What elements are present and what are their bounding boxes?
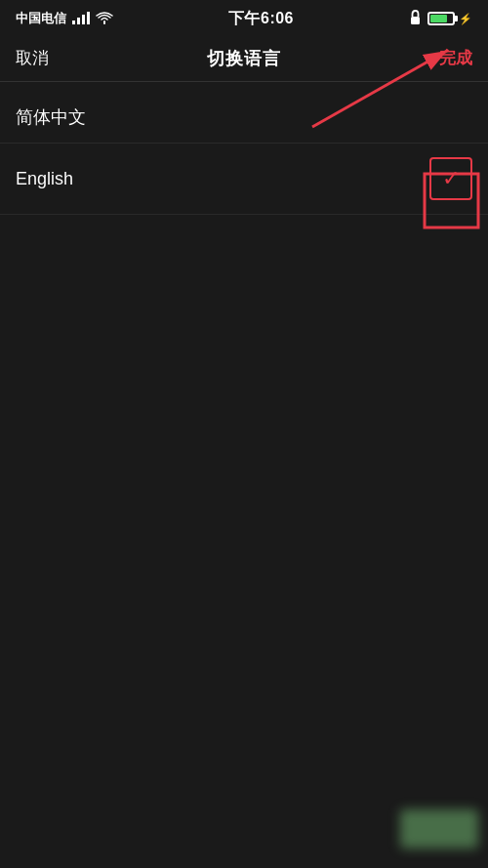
svg-rect-4	[411, 17, 420, 24]
language-item-en[interactable]: English ✓	[0, 144, 488, 215]
language-item-zh[interactable]: 简体中文	[0, 92, 488, 144]
language-list: 简体中文 English ✓	[0, 92, 488, 215]
svg-rect-3	[87, 12, 90, 24]
battery-fill	[430, 15, 447, 22]
status-time: 下午6:06	[228, 9, 294, 29]
status-left: 中国电信	[16, 10, 113, 27]
language-label-zh: 简体中文	[16, 105, 86, 129]
navigation-bar: 取消 切换语言 完成	[0, 35, 488, 82]
battery-indicator: ⚡	[427, 12, 472, 25]
lock-icon	[409, 10, 422, 28]
signal-icon	[72, 11, 90, 27]
cancel-button[interactable]: 取消	[16, 47, 49, 69]
status-right: ⚡	[409, 10, 472, 28]
language-label-en: English	[16, 169, 73, 189]
bottom-watermark	[400, 809, 478, 848]
svg-rect-0	[72, 21, 75, 24]
page-title: 切换语言	[207, 47, 281, 70]
checkmark-icon: ✓	[442, 168, 460, 189]
selected-check-box: ✓	[429, 157, 472, 200]
status-bar: 中国电信 下午6:06	[0, 0, 488, 35]
done-button[interactable]: 完成	[439, 47, 472, 69]
wifi-icon	[96, 11, 113, 27]
battery-icon	[427, 12, 455, 25]
carrier-label: 中国电信	[16, 10, 66, 27]
bolt-icon: ⚡	[459, 13, 472, 25]
svg-rect-1	[77, 18, 80, 24]
svg-rect-2	[82, 15, 85, 24]
